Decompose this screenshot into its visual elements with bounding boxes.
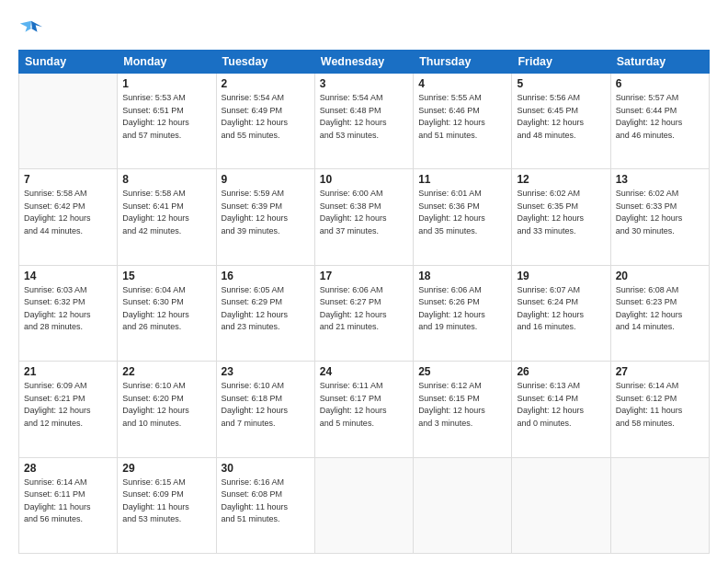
calendar-week-row: 21Sunrise: 6:09 AM Sunset: 6:21 PM Dayli…	[19, 362, 710, 457]
day-number: 4	[418, 77, 506, 90]
calendar-cell: 11Sunrise: 6:01 AM Sunset: 6:36 PM Dayli…	[414, 169, 512, 265]
calendar-cell: 19Sunrise: 6:07 AM Sunset: 6:24 PM Dayli…	[512, 265, 610, 361]
day-info: Sunrise: 6:06 AM Sunset: 6:26 PM Dayligh…	[418, 284, 506, 334]
calendar-cell: 4Sunrise: 5:55 AM Sunset: 6:46 PM Daylig…	[414, 74, 512, 169]
calendar-cell: 12Sunrise: 6:02 AM Sunset: 6:35 PM Dayli…	[512, 169, 610, 265]
calendar-cell: 25Sunrise: 6:12 AM Sunset: 6:15 PM Dayli…	[414, 362, 512, 457]
calendar-weekday-tuesday: Tuesday	[216, 51, 314, 74]
day-info: Sunrise: 6:16 AM Sunset: 6:08 PM Dayligh…	[222, 477, 310, 526]
day-info: Sunrise: 6:15 AM Sunset: 6:09 PM Dayligh…	[122, 477, 210, 526]
day-number: 25	[418, 365, 506, 378]
calendar-cell: 10Sunrise: 6:00 AM Sunset: 6:38 PM Dayli…	[314, 169, 413, 265]
day-number: 22	[122, 365, 210, 378]
day-info: Sunrise: 5:57 AM Sunset: 6:44 PM Dayligh…	[616, 92, 704, 142]
day-info: Sunrise: 6:12 AM Sunset: 6:15 PM Dayligh…	[418, 380, 506, 430]
day-info: Sunrise: 5:59 AM Sunset: 6:39 PM Dayligh…	[222, 188, 310, 237]
day-number: 24	[320, 365, 408, 378]
calendar-cell: 29Sunrise: 6:15 AM Sunset: 6:09 PM Dayli…	[118, 457, 216, 553]
calendar-cell: 28Sunrise: 6:14 AM Sunset: 6:11 PM Dayli…	[19, 457, 118, 553]
day-info: Sunrise: 6:00 AM Sunset: 6:38 PM Dayligh…	[320, 188, 408, 237]
day-number: 10	[320, 173, 408, 186]
day-info: Sunrise: 6:01 AM Sunset: 6:36 PM Dayligh…	[418, 188, 506, 237]
day-info: Sunrise: 5:58 AM Sunset: 6:42 PM Dayligh…	[24, 188, 112, 237]
calendar-cell: 24Sunrise: 6:11 AM Sunset: 6:17 PM Dayli…	[314, 362, 413, 457]
day-number: 14	[24, 270, 112, 282]
day-number: 1	[122, 77, 210, 90]
calendar-cell: 16Sunrise: 6:05 AM Sunset: 6:29 PM Dayli…	[216, 265, 314, 361]
page: SundayMondayTuesdayWednesdayThursdayFrid…	[0, 0, 728, 563]
calendar-week-row: 7Sunrise: 5:58 AM Sunset: 6:42 PM Daylig…	[19, 169, 710, 265]
day-info: Sunrise: 6:02 AM Sunset: 6:33 PM Dayligh…	[616, 188, 704, 237]
day-info: Sunrise: 6:03 AM Sunset: 6:32 PM Dayligh…	[24, 284, 112, 334]
day-number: 9	[222, 173, 310, 186]
day-number: 23	[222, 365, 310, 378]
day-info: Sunrise: 6:10 AM Sunset: 6:18 PM Dayligh…	[222, 380, 310, 430]
day-info: Sunrise: 6:09 AM Sunset: 6:21 PM Dayligh…	[24, 380, 112, 430]
calendar-header-row: SundayMondayTuesdayWednesdayThursdayFrid…	[19, 51, 710, 74]
calendar-cell: 22Sunrise: 6:10 AM Sunset: 6:20 PM Dayli…	[118, 362, 216, 457]
calendar-cell	[314, 457, 413, 553]
day-number: 27	[616, 365, 704, 378]
calendar-cell: 13Sunrise: 6:02 AM Sunset: 6:33 PM Dayli…	[610, 169, 709, 265]
calendar-cell: 20Sunrise: 6:08 AM Sunset: 6:23 PM Dayli…	[610, 265, 709, 361]
day-number: 13	[616, 173, 704, 186]
day-number: 2	[222, 77, 310, 90]
calendar-cell	[512, 457, 610, 553]
calendar-weekday-friday: Friday	[512, 51, 610, 74]
calendar-cell: 6Sunrise: 5:57 AM Sunset: 6:44 PM Daylig…	[610, 74, 709, 169]
day-number: 12	[517, 173, 605, 186]
day-number: 30	[222, 462, 310, 475]
day-info: Sunrise: 5:53 AM Sunset: 6:51 PM Dayligh…	[122, 92, 210, 142]
calendar-cell: 9Sunrise: 5:59 AM Sunset: 6:39 PM Daylig…	[216, 169, 314, 265]
day-number: 18	[418, 270, 506, 282]
day-info: Sunrise: 6:14 AM Sunset: 6:11 PM Dayligh…	[24, 477, 112, 526]
calendar-cell: 15Sunrise: 6:04 AM Sunset: 6:30 PM Dayli…	[118, 265, 216, 361]
calendar-week-row: 28Sunrise: 6:14 AM Sunset: 6:11 PM Dayli…	[19, 457, 710, 553]
day-info: Sunrise: 6:07 AM Sunset: 6:24 PM Dayligh…	[517, 284, 605, 334]
day-info: Sunrise: 5:55 AM Sunset: 6:46 PM Dayligh…	[418, 92, 506, 142]
day-number: 26	[517, 365, 605, 378]
day-info: Sunrise: 6:06 AM Sunset: 6:27 PM Dayligh…	[320, 284, 408, 334]
day-number: 20	[616, 270, 704, 282]
day-number: 21	[24, 365, 112, 378]
calendar-cell: 30Sunrise: 6:16 AM Sunset: 6:08 PM Dayli…	[216, 457, 314, 553]
calendar-weekday-monday: Monday	[118, 51, 216, 74]
day-number: 7	[24, 173, 112, 186]
calendar-table: SundayMondayTuesdayWednesdayThursdayFrid…	[18, 50, 710, 554]
calendar-cell: 26Sunrise: 6:13 AM Sunset: 6:14 PM Dayli…	[512, 362, 610, 457]
day-number: 16	[222, 270, 310, 282]
calendar-cell: 1Sunrise: 5:53 AM Sunset: 6:51 PM Daylig…	[118, 74, 216, 169]
day-info: Sunrise: 6:10 AM Sunset: 6:20 PM Dayligh…	[122, 380, 210, 430]
calendar-weekday-thursday: Thursday	[414, 51, 512, 74]
calendar-weekday-wednesday: Wednesday	[314, 51, 413, 74]
day-info: Sunrise: 5:56 AM Sunset: 6:45 PM Dayligh…	[517, 92, 605, 142]
day-number: 19	[517, 270, 605, 282]
day-info: Sunrise: 6:04 AM Sunset: 6:30 PM Dayligh…	[122, 284, 210, 334]
day-number: 3	[320, 77, 408, 90]
day-number: 6	[616, 77, 704, 90]
day-info: Sunrise: 6:08 AM Sunset: 6:23 PM Dayligh…	[616, 284, 704, 334]
day-info: Sunrise: 5:54 AM Sunset: 6:49 PM Dayligh…	[222, 92, 310, 142]
day-number: 29	[122, 462, 210, 475]
calendar-week-row: 14Sunrise: 6:03 AM Sunset: 6:32 PM Dayli…	[19, 265, 710, 361]
header	[18, 17, 710, 42]
day-number: 28	[24, 462, 112, 475]
day-number: 11	[418, 173, 506, 186]
calendar-weekday-saturday: Saturday	[610, 51, 709, 74]
day-number: 15	[122, 270, 210, 282]
calendar-cell	[414, 457, 512, 553]
calendar-cell	[610, 457, 709, 553]
day-info: Sunrise: 6:11 AM Sunset: 6:17 PM Dayligh…	[320, 380, 408, 430]
day-info: Sunrise: 6:02 AM Sunset: 6:35 PM Dayligh…	[517, 188, 605, 237]
logo-icon	[18, 17, 44, 42]
calendar-cell: 17Sunrise: 6:06 AM Sunset: 6:27 PM Dayli…	[314, 265, 413, 361]
day-info: Sunrise: 6:05 AM Sunset: 6:29 PM Dayligh…	[222, 284, 310, 334]
calendar-cell: 21Sunrise: 6:09 AM Sunset: 6:21 PM Dayli…	[19, 362, 118, 457]
day-info: Sunrise: 5:54 AM Sunset: 6:48 PM Dayligh…	[320, 92, 408, 142]
calendar-cell	[19, 74, 118, 169]
day-number: 5	[517, 77, 605, 90]
day-info: Sunrise: 5:58 AM Sunset: 6:41 PM Dayligh…	[122, 188, 210, 237]
calendar-cell: 14Sunrise: 6:03 AM Sunset: 6:32 PM Dayli…	[19, 265, 118, 361]
calendar-cell: 27Sunrise: 6:14 AM Sunset: 6:12 PM Dayli…	[610, 362, 709, 457]
calendar-week-row: 1Sunrise: 5:53 AM Sunset: 6:51 PM Daylig…	[19, 74, 710, 169]
